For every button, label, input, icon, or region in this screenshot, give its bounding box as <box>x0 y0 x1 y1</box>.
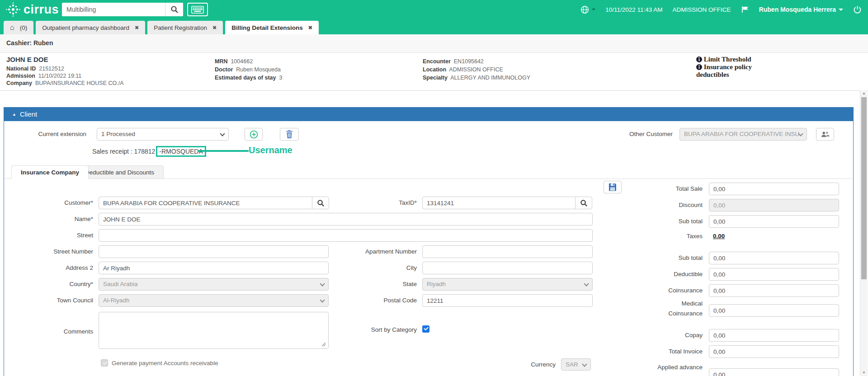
scroll-down-icon[interactable]: ▼ <box>860 371 868 375</box>
patient-col-encounter1: MRN 1004662 Doctor Ruben Mosqueda Estima… <box>215 57 282 82</box>
delete-extension-button[interactable] <box>280 128 299 141</box>
state-select[interactable]: Riyadh <box>422 278 593 291</box>
scroll-up-icon[interactable]: ▲ <box>860 91 868 95</box>
town-council-select[interactable]: Al-Riyadh <box>99 294 329 307</box>
limit-threshold-link[interactable]: Limit Threshold <box>696 56 762 63</box>
sort-by-category-checkbox[interactable] <box>422 325 429 333</box>
comments-textarea[interactable] <box>99 312 329 349</box>
total-invoice-input[interactable] <box>709 345 839 358</box>
insurance-policy-deductibles-link[interactable]: Insurance policy deductibles <box>696 63 762 79</box>
current-extension-label: Current extension <box>4 128 86 141</box>
city-label: City <box>343 262 417 274</box>
vertical-scrollbar[interactable]: ▲ ▼ <box>860 90 868 376</box>
name-input[interactable] <box>99 213 593 226</box>
tab-insurance-company[interactable]: Insurance Company <box>11 165 89 179</box>
company-label: Company <box>6 80 32 86</box>
subtotal1-input[interactable] <box>709 215 839 228</box>
street-number-input[interactable] <box>99 245 329 258</box>
total-sale-label: Total Sale <box>612 183 703 195</box>
discount-input[interactable] <box>709 199 839 212</box>
applied-advance-input[interactable] <box>709 368 839 376</box>
tab-patient-registration[interactable]: Patient Registration ✖ <box>147 21 223 34</box>
national-id-label: National ID <box>6 66 36 72</box>
tab-label: Patient Registration <box>154 24 207 31</box>
close-icon[interactable]: ✖ <box>308 25 312 31</box>
top-header: cirrus <box>0 0 868 19</box>
tab-deductible-and-discounts[interactable]: Deductible and Discounts <box>75 165 164 179</box>
mrn-value: 1004662 <box>231 58 253 65</box>
search-button[interactable] <box>165 3 183 16</box>
street-input[interactable] <box>99 229 593 242</box>
national-id-value: 21512512 <box>39 66 64 72</box>
chevron-down-icon <box>220 131 225 136</box>
sales-receipt-text: Sales receipt : 178812 <box>92 148 155 155</box>
header-office: ADMISSION OFFICE <box>673 6 731 13</box>
tab-outpatient-pharmacy-dashboard[interactable]: Outpatient pharmacy dashboard ✖ <box>36 21 145 34</box>
tab-label: Outpatient pharmacy dashboard <box>42 24 129 31</box>
current-extension-select[interactable]: 1 Processed <box>97 128 229 141</box>
billing-detail-panel: ▲ Client Current extension 1 Processed O… <box>4 107 854 376</box>
coinsurance-input[interactable] <box>709 284 839 297</box>
tab-home[interactable]: ⌂ (0) <box>4 21 33 34</box>
city-input[interactable] <box>422 262 593 274</box>
taxes-link[interactable]: 0.00 <box>713 232 725 241</box>
virtual-keyboard-button[interactable] <box>187 3 208 16</box>
street-label: Street <box>4 229 93 242</box>
taxid-search-button[interactable] <box>575 197 592 209</box>
discount-label: Discount <box>612 199 703 212</box>
town-council-value: Al-Riyadh <box>103 297 130 304</box>
close-icon[interactable]: ✖ <box>212 25 217 31</box>
deductible-input[interactable] <box>709 268 839 281</box>
users-icon <box>821 131 830 138</box>
home-tab-count: (0) <box>20 24 28 31</box>
current-extension-value: 1 Processed <box>101 131 135 137</box>
close-icon[interactable]: ✖ <box>135 25 139 31</box>
customer-group-button[interactable] <box>816 128 834 141</box>
copay-input[interactable] <box>709 329 839 342</box>
collapse-icon: ▲ <box>12 112 16 117</box>
apartment-number-input[interactable] <box>422 245 593 258</box>
customer-search-button[interactable] <box>312 197 329 209</box>
subtotal2-input[interactable] <box>709 252 839 264</box>
search-input[interactable] <box>62 3 165 16</box>
cashier-bar: Cashier: Ruben <box>0 34 868 53</box>
search-icon <box>317 199 325 207</box>
chevron-down-icon <box>582 362 587 367</box>
specialty-label: Specialty <box>423 75 448 81</box>
deductible-label: Deductible <box>612 268 703 281</box>
globe-icon <box>580 5 589 14</box>
user-menu[interactable]: Ruben Mosqueda Herrera <box>759 6 843 13</box>
copay-label: Copay <box>612 329 703 342</box>
plus-circle-icon <box>250 130 258 139</box>
applied-advance-label: Applied advance <box>612 363 703 372</box>
country-select[interactable]: Saudi Arabia <box>99 278 329 291</box>
generate-payment-label: Generate payment Accounts receivable <box>112 357 302 370</box>
language-selector[interactable] <box>580 5 595 14</box>
tab-label: Billing Detail Extensions <box>231 24 303 31</box>
admission-label: Admission <box>6 73 35 79</box>
postal-code-input[interactable] <box>422 294 593 307</box>
street-number-label: Street Number <box>4 245 93 258</box>
scrollbar-thumb[interactable] <box>861 97 867 279</box>
currency-select[interactable]: SAR <box>561 358 591 371</box>
client-section-header[interactable]: ▲ Client <box>4 107 853 121</box>
user-name: Ruben Mosqueda Herrera <box>759 6 836 13</box>
annotation-line <box>198 150 249 152</box>
search-icon <box>170 5 179 14</box>
medical-coinsurance-input[interactable] <box>709 304 839 317</box>
taxid-input[interactable] <box>422 197 576 209</box>
generate-payment-checkbox[interactable] <box>101 359 108 367</box>
tabs-divider <box>5 179 851 179</box>
flag-icon[interactable] <box>741 5 749 14</box>
customer-label: Customer* <box>4 197 93 209</box>
customer-input[interactable] <box>99 197 312 209</box>
subtotal1-label: Sub total <box>612 215 703 228</box>
limit-threshold-text: Limit Threshold <box>704 56 751 63</box>
tab-billing-detail-extensions[interactable]: Billing Detail Extensions ✖ <box>225 21 319 34</box>
address2-input[interactable] <box>99 262 329 274</box>
other-customer-select[interactable]: BUPA ARABIA FOR COOPERATIVE INSU <box>679 128 807 141</box>
tab-label: Deductible and Discounts <box>85 169 154 176</box>
total-sale-input[interactable] <box>709 183 839 195</box>
add-extension-button[interactable] <box>245 128 263 141</box>
power-icon[interactable] <box>853 5 862 14</box>
